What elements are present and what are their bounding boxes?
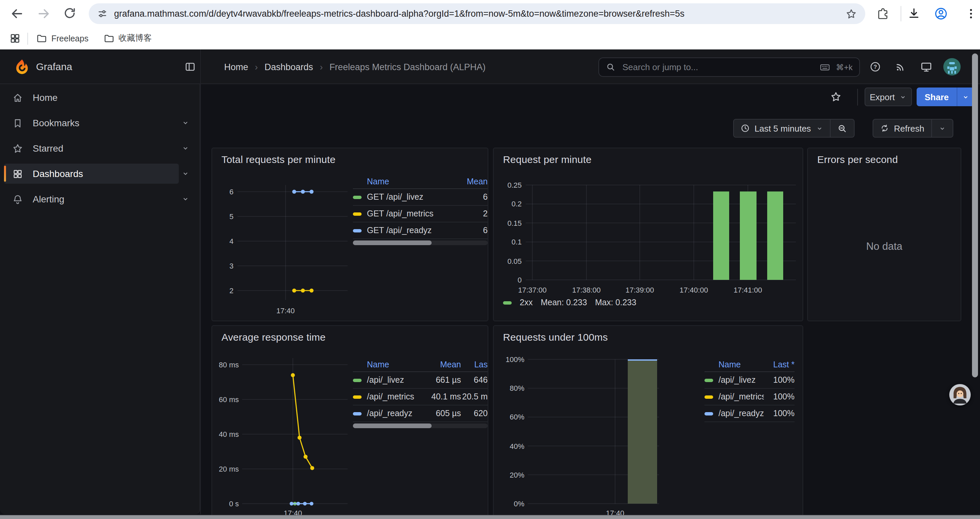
time-range-picker[interactable]: Last 5 minutes [734,120,830,137]
legend-scrollbar-thumb[interactable] [353,241,432,245]
bookmark-label: Freeleaps [51,34,88,43]
legend-row: GET /api/_metrics2 [353,206,488,222]
refresh-button[interactable]: Refresh [873,120,931,137]
download-icon[interactable] [907,7,921,20]
refresh-controls: Refresh [873,119,953,137]
sidebar-item-starred[interactable]: Starred [4,138,179,158]
share-label: Share [924,92,949,102]
bookmark-icon [12,117,23,129]
panel-requests-under-100ms[interactable]: Requests under 100ms 100%80%60%40%20%0%1… [493,325,803,519]
legend-series-name[interactable]: /api/_livez [353,375,424,385]
back-icon[interactable] [10,6,25,21]
sidebar-item-bookmarks[interactable]: Bookmarks [4,113,179,133]
user-avatar[interactable] [943,58,961,78]
legend-series-name[interactable]: /api/_metrics [353,392,424,401]
search-box[interactable]: ⌘+k [598,57,860,77]
zoom-out-button[interactable] [830,120,854,137]
news-rss-icon[interactable] [895,61,907,73]
legend-series-name[interactable]: /api/_readyz [705,409,764,418]
legend-header-row: NameLast * [705,358,795,372]
legend-column-header[interactable]: Mean [461,177,488,186]
sidebar-item-home[interactable]: Home [4,88,179,107]
legend-series-label: /api/_livez [719,375,756,385]
panel-title: Request per minute [503,153,592,165]
legend-column-header[interactable]: Name [705,360,764,369]
legend-column-header[interactable]: Las [461,360,488,369]
legend-series-name[interactable]: 2xx [520,298,533,307]
legend-series-name[interactable]: /api/_livez [705,375,764,385]
legend-series-name[interactable]: GET /api/_livez [353,192,461,202]
menu-dots-icon[interactable] [965,7,977,20]
folder-icon [36,33,48,44]
bookmark-folder-blog[interactable]: 收藏博客 [103,33,152,44]
export-button[interactable]: Export [865,88,912,106]
series-color-pill [705,412,713,415]
legend-header-row: NameMeanLas [353,358,488,372]
extensions-icon[interactable] [877,7,889,20]
brand-label[interactable]: Grafana [36,61,72,72]
browser-toolbar: grafana.mathmast.com/d/deytv4rwavabkb/fr… [0,0,980,27]
panel-errors-per-second[interactable]: Errors per second No data [807,148,961,321]
chevron-down-icon[interactable] [181,164,192,184]
legend-value: 6 [461,192,488,202]
bookmark-folder-freeleaps[interactable]: Freeleaps [36,33,88,44]
chart-plot [526,185,796,280]
legend-row: /api/_readyz100% [705,406,795,422]
apps-grid-icon[interactable] [10,33,21,44]
chevron-down-icon[interactable] [181,113,192,133]
profile-icon[interactable] [934,7,948,21]
legend-series-name[interactable]: /api/_metrics [705,392,764,401]
legend-column-header[interactable]: Mean [424,360,461,369]
monitor-icon[interactable] [920,61,932,73]
chevron-down-icon[interactable] [181,189,192,209]
share-button[interactable]: Share [916,88,957,106]
legend-series-name[interactable]: GET /api/_readyz [353,226,461,235]
legend-series-name[interactable]: GET /api/_metrics [353,209,461,219]
address-bar[interactable]: grafana.mathmast.com/d/deytv4rwavabkb/fr… [89,3,865,24]
legend-table: NameLast */api/_livez100%/api/_metrics10… [705,358,795,422]
dashboards-grid-icon [12,168,23,179]
sidebar-item-alerting[interactable]: Alerting [4,189,179,209]
breadcrumb-dashboards[interactable]: Dashboards [264,62,313,72]
legend-column-header[interactable]: Name [353,177,461,186]
panel-average-response-time[interactable]: Average response time 80 ms60 ms40 ms20 … [212,325,488,519]
legend-series-label: /api/_metrics [719,392,764,401]
sidebar-toggle-icon[interactable] [184,61,196,73]
chart-plot [528,359,659,504]
horizontal-scrollbar[interactable] [0,515,980,519]
grafana-logo-icon[interactable] [13,58,31,75]
sidebar-item-label: Alerting [33,194,64,204]
panel-request-per-minute[interactable]: Request per minute 2xx Mean: 0.233 Max: … [493,148,803,321]
site-info-icon[interactable] [97,8,108,19]
assistant-avatar[interactable] [949,383,971,406]
share-dropdown-button[interactable] [957,88,974,106]
chevron-down-icon[interactable] [181,138,192,158]
help-icon[interactable]: ? [869,61,881,73]
reload-icon[interactable] [63,7,77,21]
vertical-scrollbar[interactable] [972,53,978,377]
forward-icon[interactable] [36,6,51,21]
y-axis-tick: 0.05 [496,257,522,265]
legend-mean: Mean: 0.233 [541,298,587,307]
sidebar-item-label: Home [33,92,58,103]
legend-scrollbar[interactable] [353,423,488,428]
chart-plot [237,185,348,300]
legend-column-header[interactable]: Name [353,360,424,369]
search-input[interactable] [621,61,814,73]
legend-scrollbar-thumb[interactable] [353,423,432,428]
bookmark-star-icon[interactable] [845,8,857,20]
legend-row: /api/_livez100% [705,372,795,389]
favorite-star-icon[interactable] [830,91,842,103]
clock-icon [740,124,750,133]
legend-series-name[interactable]: /api/_readyz [353,409,424,418]
panel-total-requests-per-minute[interactable]: Total requests per minute 6543217:40Name… [212,148,488,321]
sidebar-item-dashboards[interactable]: Dashboards [4,164,179,184]
legend-scrollbar[interactable] [353,241,488,245]
y-axis-tick: 20 ms [213,465,239,473]
refresh-interval-dropdown[interactable] [932,120,952,137]
screen: grafana.mathmast.com/d/deytv4rwavabkb/fr… [0,0,980,519]
legend-column-header[interactable]: Last * [764,360,795,369]
breadcrumb-home[interactable]: Home [224,62,248,72]
url-text[interactable]: grafana.mathmast.com/d/deytv4rwavabkb/fr… [114,9,845,19]
y-axis-tick: 60% [496,413,524,421]
